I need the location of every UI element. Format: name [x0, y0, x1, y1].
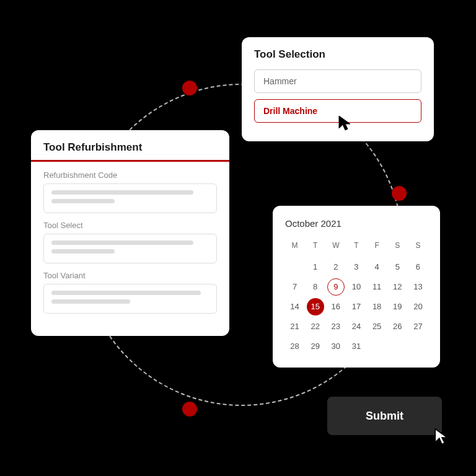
tool-refurbishment-card: Tool Refurbishment Refurbishment Code To…: [31, 130, 229, 336]
calendar-dow: T: [306, 239, 325, 256]
calendar-day[interactable]: 6: [409, 258, 426, 276]
calendar-dow: S: [408, 239, 428, 256]
calendar-dow: S: [388, 239, 407, 256]
calendar-day[interactable]: 18: [368, 298, 386, 315]
submit-label: Submit: [366, 410, 403, 423]
option-hammer[interactable]: Hammer: [254, 69, 421, 93]
calendar-day[interactable]: 28: [286, 338, 304, 355]
cursor-icon: [338, 115, 353, 132]
placeholder-line: [51, 299, 130, 304]
placeholder-line: [51, 291, 201, 295]
calendar-day[interactable]: 27: [409, 318, 426, 335]
calendar-day[interactable]: 7: [286, 278, 304, 296]
calendar-day[interactable]: 3: [348, 258, 365, 276]
calendar-card: October 2021 MTWTFSS 1234567891011121314…: [273, 206, 440, 368]
calendar-dow: T: [346, 239, 366, 256]
calendar-day[interactable]: 29: [307, 338, 324, 355]
refurbishment-code-label: Refurbishment Code: [43, 170, 217, 180]
calendar-day[interactable]: 17: [348, 298, 365, 315]
tool-select-label: Tool Select: [43, 221, 217, 230]
flow-dot: [182, 402, 197, 416]
calendar-day[interactable]: 23: [327, 318, 345, 335]
calendar-day[interactable]: 10: [348, 278, 365, 296]
calendar-day[interactable]: 12: [389, 278, 406, 296]
calendar-day[interactable]: 5: [389, 258, 406, 276]
tool-variant-input[interactable]: [43, 284, 217, 314]
refurbishment-title: Tool Refurbishment: [43, 141, 217, 160]
calendar-dow: F: [368, 239, 387, 256]
accent-divider: [31, 160, 229, 162]
calendar-day[interactable]: 24: [348, 318, 365, 335]
flow-dot: [182, 81, 197, 95]
calendar-dow: W: [326, 239, 345, 256]
calendar-day[interactable]: 8: [307, 278, 324, 296]
calendar-day[interactable]: 14: [286, 298, 304, 315]
calendar-day[interactable]: 1: [307, 258, 324, 276]
calendar-day[interactable]: 22: [307, 318, 324, 335]
flow-dot: [392, 186, 407, 201]
placeholder-line: [51, 190, 193, 195]
calendar-month-label: October 2021: [285, 218, 428, 229]
calendar-day[interactable]: 2: [327, 258, 345, 276]
calendar-day[interactable]: 15: [307, 298, 324, 315]
calendar-day[interactable]: 16: [327, 298, 345, 315]
cursor-icon: [434, 428, 450, 446]
placeholder-line: [51, 199, 115, 203]
refurbishment-code-input[interactable]: [43, 183, 217, 213]
tool-select-input[interactable]: [43, 234, 217, 263]
calendar-dow: M: [285, 239, 304, 256]
tool-variant-label: Tool Variant: [43, 271, 217, 280]
calendar-day[interactable]: 19: [389, 298, 406, 315]
calendar-day[interactable]: 25: [368, 318, 386, 335]
calendar-day[interactable]: 11: [368, 278, 386, 296]
calendar-day[interactable]: 20: [409, 298, 426, 315]
calendar-day[interactable]: 30: [327, 338, 345, 355]
tool-selection-title: Tool Selection: [254, 48, 421, 61]
placeholder-line: [51, 249, 115, 253]
calendar-grid: MTWTFSS 12345678910111213141516171819202…: [285, 239, 428, 355]
submit-button[interactable]: Submit: [327, 397, 442, 435]
calendar-day[interactable]: 9: [327, 278, 345, 296]
placeholder-line: [51, 240, 193, 245]
calendar-day[interactable]: 31: [348, 338, 365, 355]
calendar-day[interactable]: 21: [286, 318, 304, 335]
calendar-day[interactable]: 4: [368, 258, 386, 276]
calendar-day[interactable]: 13: [409, 278, 426, 296]
calendar-day[interactable]: 26: [389, 318, 406, 335]
